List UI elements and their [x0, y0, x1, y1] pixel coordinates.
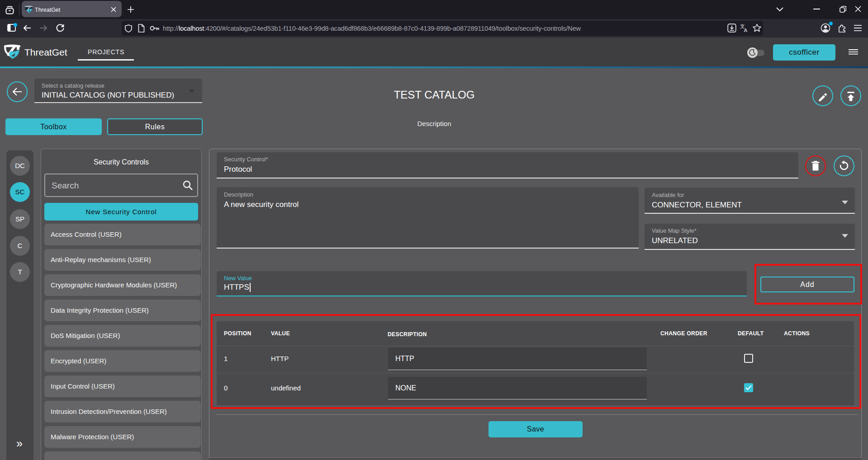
- svg-text:A: A: [744, 28, 748, 33]
